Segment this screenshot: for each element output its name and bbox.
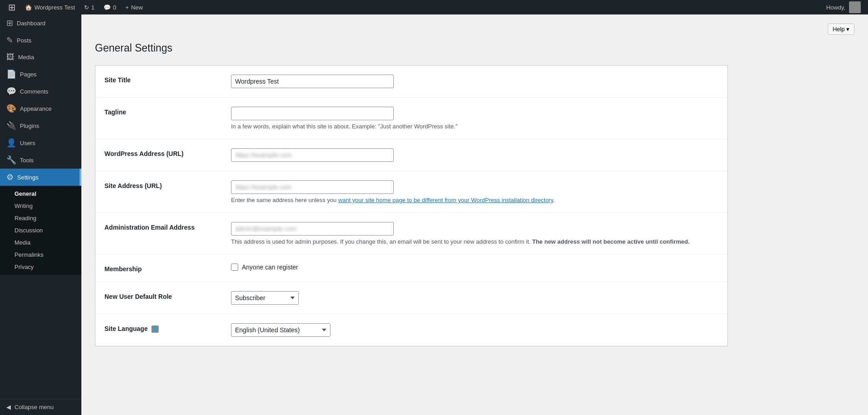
submenu-item-general[interactable]: General: [0, 188, 81, 200]
avatar[interactable]: [849, 1, 861, 13]
updates-button[interactable]: ↻ 1: [80, 0, 99, 14]
settings-icon: ⚙: [6, 172, 14, 182]
tagline-input[interactable]: [231, 107, 394, 120]
new-user-role-select[interactable]: Subscriber Contributor Author Editor Adm…: [231, 291, 299, 305]
site-name-label: Wordpress Test: [34, 4, 75, 11]
site-name-button[interactable]: 🏠 Wordpress Test: [20, 0, 80, 14]
sidebar-item-tools[interactable]: 🔧 Tools: [0, 151, 81, 169]
admin-email-field: This address is used for admin purposes.…: [231, 222, 727, 245]
sidebar-item-posts[interactable]: ✎ Posts: [0, 32, 81, 49]
tagline-desc: In a few words, explain what this site i…: [231, 123, 718, 130]
submenu-item-media[interactable]: Media: [0, 236, 81, 249]
plus-icon: +: [125, 4, 129, 11]
admin-bar: ⊞ 🏠 Wordpress Test ↻ 1 💬 0 + New Howdy,: [0, 0, 868, 14]
site-address-row: Site Address (URL) Enter the same addres…: [95, 171, 727, 213]
updates-count: 1: [91, 4, 94, 11]
sidebar-label-appearance: Appearance: [20, 105, 52, 112]
help-button[interactable]: Help ▾: [828, 24, 854, 35]
admin-email-desc-normal: This address is used for admin purposes.…: [231, 238, 532, 245]
membership-label: Membership: [95, 264, 231, 273]
admin-email-row: Administration Email Address This addres…: [95, 213, 727, 255]
updates-icon: ↻: [84, 4, 89, 11]
sidebar: ⊞ Dashboard ✎ Posts 🖼 Media 📄 Pages 💬 Co…: [0, 14, 81, 415]
admin-email-desc: This address is used for admin purposes.…: [231, 238, 718, 245]
submenu-item-discussion[interactable]: Discussion: [0, 224, 81, 236]
collapse-icon: ◀: [6, 404, 11, 410]
house-icon: 🏠: [25, 4, 32, 11]
membership-checkbox-label[interactable]: Anyone can register: [231, 264, 718, 271]
sidebar-item-users[interactable]: 👤 Users: [0, 134, 81, 151]
membership-row: Membership Anyone can register: [95, 255, 727, 282]
membership-checkbox[interactable]: [231, 264, 238, 271]
help-bar: Help ▾: [95, 24, 854, 35]
sidebar-label-dashboard: Dashboard: [17, 20, 46, 27]
wp-layout: ⊞ Dashboard ✎ Posts 🖼 Media 📄 Pages 💬 Co…: [0, 14, 868, 415]
sidebar-label-users: Users: [20, 140, 35, 146]
sidebar-item-dashboard[interactable]: ⊞ Dashboard: [0, 14, 81, 32]
pages-icon: 📄: [6, 69, 16, 79]
comments-button[interactable]: 💬 0: [99, 0, 121, 14]
site-title-row: Site Title: [95, 66, 727, 98]
sidebar-label-tools: Tools: [20, 157, 33, 164]
new-user-role-label: New User Default Role: [95, 291, 231, 305]
admin-email-label: Administration Email Address: [95, 222, 231, 245]
tools-icon: 🔧: [6, 155, 16, 165]
page-title: General Settings: [95, 42, 854, 54]
admin-email-input[interactable]: [231, 222, 394, 236]
site-language-label: Site Language 🌐: [95, 323, 231, 337]
admin-bar-right: Howdy,: [826, 1, 864, 13]
wp-logo-button[interactable]: ⊞: [4, 0, 20, 14]
new-user-role-field: Subscriber Contributor Author Editor Adm…: [231, 291, 727, 305]
site-address-field: Enter the same address here unless you w…: [231, 180, 727, 203]
site-title-input[interactable]: [231, 75, 394, 88]
membership-field: Anyone can register: [231, 264, 727, 273]
sidebar-label-posts: Posts: [17, 37, 32, 44]
sidebar-item-media[interactable]: 🖼 Media: [0, 49, 81, 66]
language-icon: 🌐: [151, 325, 159, 333]
site-address-desc-link[interactable]: want your site home page to be different…: [338, 197, 553, 203]
sidebar-label-comments: Comments: [20, 88, 48, 95]
comments-count: 0: [113, 4, 116, 11]
site-language-row: Site Language 🌐 English (United States) …: [95, 314, 727, 346]
wp-address-field: [231, 148, 727, 162]
sidebar-label-pages: Pages: [20, 71, 37, 78]
settings-submenu: General Writing Reading Discussion Media…: [0, 186, 81, 275]
collapse-label: Collapse menu: [14, 404, 54, 410]
wp-address-label: WordPress Address (URL): [95, 148, 231, 162]
site-title-field: [231, 75, 727, 88]
site-address-desc: Enter the same address here unless you w…: [231, 197, 718, 203]
site-address-input[interactable]: [231, 180, 394, 194]
submenu-item-writing[interactable]: Writing: [0, 200, 81, 212]
submenu-item-reading[interactable]: Reading: [0, 212, 81, 224]
sidebar-item-plugins[interactable]: 🔌 Plugins: [0, 117, 81, 134]
wp-address-row: WordPress Address (URL): [95, 139, 727, 171]
tagline-row: Tagline In a few words, explain what thi…: [95, 98, 727, 139]
sidebar-label-settings: Settings: [17, 174, 38, 181]
site-language-select[interactable]: English (United States) English (UK) Fra…: [231, 323, 330, 337]
wp-logo-icon: ⊞: [8, 2, 16, 13]
submenu-item-privacy[interactable]: Privacy: [0, 261, 81, 273]
plugins-icon: 🔌: [6, 121, 16, 131]
dashboard-icon: ⊞: [6, 18, 13, 28]
wp-address-input[interactable]: [231, 148, 394, 162]
new-label: New: [131, 4, 143, 11]
sidebar-item-appearance[interactable]: 🎨 Appearance: [0, 100, 81, 117]
site-language-field: English (United States) English (UK) Fra…: [231, 323, 727, 337]
submenu-item-permalinks[interactable]: Permalinks: [0, 249, 81, 261]
howdy-text: Howdy,: [826, 4, 845, 11]
new-content-button[interactable]: + New: [121, 0, 147, 14]
comments-nav-icon: 💬: [6, 86, 16, 96]
sidebar-item-comments[interactable]: 💬 Comments: [0, 83, 81, 100]
collapse-menu-button[interactable]: ◀ Collapse menu: [0, 399, 81, 415]
new-user-role-row: New User Default Role Subscriber Contrib…: [95, 282, 727, 314]
posts-icon: ✎: [6, 35, 13, 45]
admin-email-desc-bold: The new address will not become active u…: [532, 238, 689, 245]
sidebar-label-plugins: Plugins: [20, 123, 39, 129]
sidebar-item-settings[interactable]: ⚙ Settings: [0, 169, 81, 186]
media-icon: 🖼: [6, 52, 14, 62]
site-address-label: Site Address (URL): [95, 180, 231, 203]
site-address-desc-after: .: [553, 197, 555, 203]
sidebar-item-pages[interactable]: 📄 Pages: [0, 66, 81, 83]
appearance-icon: 🎨: [6, 104, 16, 113]
tagline-field: In a few words, explain what this site i…: [231, 107, 727, 130]
